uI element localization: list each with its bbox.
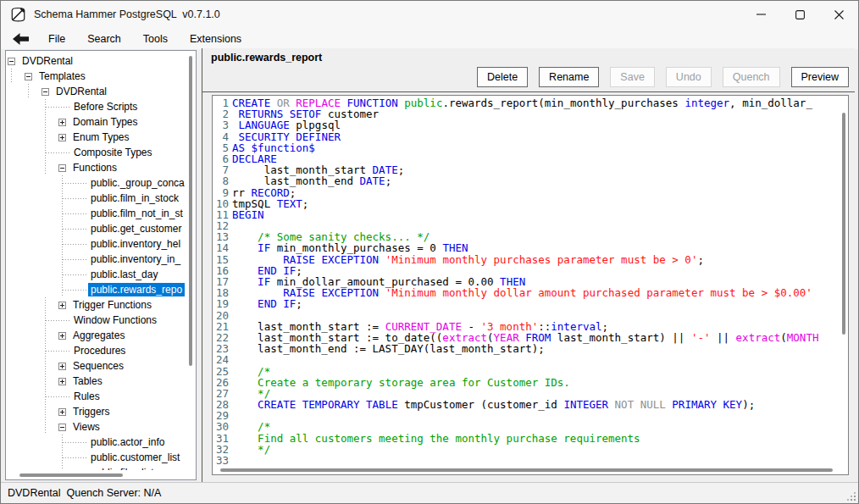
collapse-icon[interactable] <box>42 88 49 96</box>
tree-item-label: Triggers <box>70 405 113 418</box>
tree-connector <box>46 396 69 397</box>
line-number: 25 <box>214 366 229 377</box>
expand-icon[interactable] <box>58 302 66 309</box>
tree-item-public-inventory-hel[interactable]: public.inventory_hel <box>8 236 187 252</box>
minimize-icon <box>756 14 766 15</box>
back-button[interactable] <box>13 33 29 45</box>
title-bar: Schema Hammer PostgreSQL v0.7.1.0 <box>1 1 858 28</box>
code-line: 25 /* <box>214 366 839 377</box>
code-line: 8 last_month_end DATE; <box>214 175 839 186</box>
tree-item-trigger-functions[interactable]: Trigger Functions <box>8 297 187 313</box>
collapse-icon[interactable] <box>25 73 32 80</box>
tree-item-label: Functions <box>70 161 119 174</box>
tree-connector <box>63 198 86 199</box>
maximize-button[interactable] <box>780 1 819 28</box>
back-arrow-icon <box>13 33 29 45</box>
tree-item-dvdrental[interactable]: DVDRental <box>8 53 187 69</box>
line-number: 5 <box>214 142 229 153</box>
code-line: 33 <box>214 455 839 466</box>
tree-item-enum-types[interactable]: Enum Types <box>8 130 187 145</box>
save-button: Save <box>610 67 655 87</box>
expand-icon[interactable] <box>58 119 66 126</box>
line-number: 26 <box>214 377 229 388</box>
tree-item-public-film-in-stock[interactable]: public.film_in_stock <box>8 191 187 206</box>
sql-code-area[interactable]: 1CREATE OR REPLACE FUNCTION public.rewar… <box>214 97 839 466</box>
minimize-button[interactable] <box>741 1 780 28</box>
expand-icon[interactable] <box>58 332 66 340</box>
tree-item-tables[interactable]: Tables <box>8 374 187 389</box>
expand-icon[interactable] <box>58 378 66 385</box>
tree-item-public-last-day[interactable]: public.last_day <box>8 267 187 282</box>
tree-item-sequences[interactable]: Sequences <box>8 358 187 374</box>
editor-panel: public.rewards_report DeleteRenameSaveUn… <box>202 48 855 482</box>
tree-item-views[interactable]: Views <box>8 419 187 435</box>
tree-item-composite-types[interactable]: Composite Types <box>8 145 187 160</box>
tree-item-label: public.film_in_stock <box>88 191 181 205</box>
tree-item-public-film-list[interactable]: public.film_list <box>8 465 187 470</box>
collapse-icon[interactable] <box>58 424 66 431</box>
expand-icon[interactable] <box>58 134 66 141</box>
tree-item-label: Rules <box>71 390 103 403</box>
tree-connector <box>63 259 86 260</box>
menu-file[interactable]: File <box>37 31 76 47</box>
resize-grip[interactable] <box>854 499 856 501</box>
tree-item-functions[interactable]: Functions <box>8 160 187 175</box>
tree-item-triggers[interactable]: Triggers <box>8 404 187 419</box>
tree-item-public-group-conca[interactable]: public._group_conca <box>8 175 187 191</box>
editor-vertical-scrollbar[interactable] <box>842 113 845 335</box>
tree-connector <box>46 320 69 321</box>
delete-button[interactable]: Delete <box>477 67 528 87</box>
tree-item-public-film-not-in-st[interactable]: public.film_not_in_st <box>8 206 187 221</box>
tree-vertical-scrollbar[interactable] <box>189 56 192 366</box>
tree-item-label: Procedures <box>71 344 128 357</box>
sql-editor[interactable]: 1CREATE OR REPLACE FUNCTION public.rewar… <box>212 95 849 475</box>
editor-horizontal-scrollbar[interactable] <box>220 468 833 472</box>
expand-icon[interactable] <box>58 363 66 370</box>
line-number: 8 <box>214 175 229 186</box>
tree-view[interactable]: DVDRentalTemplatesDVDRentalBefore Script… <box>8 53 187 470</box>
menu-search[interactable]: Search <box>76 31 132 47</box>
tree-item-dvdrental[interactable]: DVDRental <box>8 84 187 99</box>
code-line: 28 CREATE TEMPORARY TABLE tmpCustomer (c… <box>214 399 839 410</box>
tree-item-label: public.film_list <box>88 466 157 470</box>
tree-item-public-get-customer[interactable]: public.get_customer <box>8 221 187 236</box>
tree-item-label: Tables <box>70 374 105 388</box>
code-line: 23 last_month_end := LAST_DAY(last_month… <box>214 343 839 354</box>
code-line: 11BEGIN <box>214 209 839 220</box>
tree-item-window-functions[interactable]: Window Functions <box>8 313 187 328</box>
line-number: 31 <box>214 433 229 444</box>
tree-item-procedures[interactable]: Procedures <box>8 343 187 358</box>
menu-tools[interactable]: Tools <box>132 31 179 47</box>
expand-icon[interactable] <box>58 408 66 416</box>
tree-item-label: Sequences <box>70 359 126 373</box>
tree-item-public-customer-list[interactable]: public.customer_list <box>8 450 187 465</box>
preview-button[interactable]: Preview <box>791 67 849 87</box>
tree-item-public-actor-info[interactable]: public.actor_info <box>8 435 187 450</box>
schema-tree-panel: DVDRentalTemplatesDVDRentalBefore Script… <box>5 50 197 480</box>
tree-item-aggregates[interactable]: Aggregates <box>8 328 187 343</box>
status-bar: DVDRental Quench Server: N/A <box>1 482 858 503</box>
tree-item-templates[interactable]: Templates <box>8 69 187 84</box>
tree-item-label: public.inventory_in_ <box>88 252 183 266</box>
tree-item-public-rewards-repo[interactable]: public.rewards_repo <box>8 282 187 297</box>
collapse-icon[interactable] <box>58 164 66 172</box>
tree-horizontal-scrollbar[interactable] <box>19 474 123 477</box>
tree-item-label: public.film_not_in_st <box>88 207 186 220</box>
tree-item-rules[interactable]: Rules <box>8 389 187 404</box>
undo-button: Undo <box>666 67 712 87</box>
menu-extensions[interactable]: Extensions <box>179 31 252 47</box>
line-number: 24 <box>214 354 229 365</box>
editor-object-title: public.rewards_report <box>211 52 322 64</box>
line-number: 21 <box>214 321 229 332</box>
tree-connector <box>46 107 69 108</box>
line-number: 33 <box>214 455 229 466</box>
rename-button[interactable]: Rename <box>539 67 599 87</box>
code-line: 30 /* <box>214 421 839 432</box>
tree-item-public-inventory-in[interactable]: public.inventory_in_ <box>8 252 187 267</box>
line-number: 3 <box>214 119 229 130</box>
close-button[interactable] <box>819 1 858 28</box>
tree-item-before-scripts[interactable]: Before Scripts <box>8 99 187 114</box>
collapse-icon[interactable] <box>8 58 15 65</box>
tree-item-label: public.actor_info <box>88 435 167 449</box>
tree-item-domain-types[interactable]: Domain Types <box>8 114 187 130</box>
